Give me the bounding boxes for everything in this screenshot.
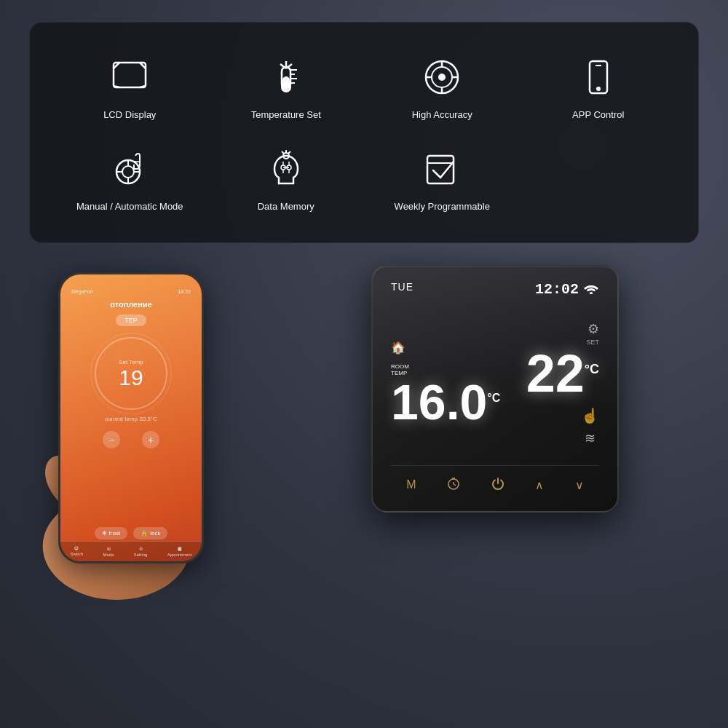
phone-nav-mode[interactable]: ⊞ Mode [103,546,114,557]
phone-frost-btn[interactable]: ❄ frost [95,527,128,539]
thermo-gear-icon: ⚙ [587,321,599,337]
thermo-left-col: 🏠 ROOM TEMP 16.0°C [391,341,500,427]
lcd-display-label: LCD Display [103,108,156,122]
manual-auto-label: Manual / Automatic Mode [76,200,183,213]
feature-high-accuracy: High Accuracy [371,44,513,129]
data-memory-label: Data Memory [258,200,314,213]
svg-rect-0 [114,63,146,87]
bottom-section: MegaFon 14:33 отопление ТЕР Set Temp 19 … [29,265,699,563]
feature-app-control: APP Control [528,44,670,129]
phone-temp-circle: Set Temp 19 [95,337,167,410]
thermo-power-btn[interactable] [486,473,510,496]
features-card: LCD Display [29,22,699,243]
phone-screen: MegaFon 14:33 отопление ТЕР Set Temp 19 … [60,274,202,561]
phone-time-status: 14:33 [178,289,191,294]
svg-rect-39 [427,156,454,183]
svg-point-42 [590,292,593,294]
weekly-programmable-label: Weekly Programmable [395,200,490,213]
thermo-down-btn[interactable]: ∨ [569,475,590,496]
phone-nav-setting[interactable]: ⚙ Setting [134,546,148,557]
feature-data-memory: Data Memory [215,136,357,221]
thermo-mode-btn[interactable]: M [400,475,422,495]
thermo-time-wifi: 12:02 [535,281,599,298]
temperature-set-icon [261,52,312,103]
phone-current-value: 20.5°C [139,416,157,422]
svg-line-38 [282,151,284,154]
phone-set-temp-label: Set Temp [119,359,143,365]
data-memory-icon [261,143,312,194]
high-accuracy-icon [416,52,467,103]
thermo-room-temp-label: ROOM TEMP 16.0°C [391,363,500,427]
thermo-set-label: SET [586,339,599,346]
svg-line-45 [454,484,456,486]
thermo-up-btn[interactable]: ∧ [529,475,550,496]
phone-mode-btns: ❄ frost 🔒 lock [95,527,168,539]
phone-current-temp: current temp 20.5°C [105,416,157,422]
phone-nav-switch[interactable]: ⏻ Switch [71,546,84,557]
feature-weekly-programmable: Weekly Programmable [371,136,513,221]
thermostat-container: TUE 12:02 [298,265,692,513]
thermo-time: 12:02 [535,281,579,298]
phone-nav-appointment[interactable]: 📋 Appointment [167,546,192,557]
svg-point-10 [282,83,290,92]
thermo-hand-touch-icon: ☝ [581,407,599,424]
phone-controls: − + [103,431,159,448]
thermo-bottom-btns: M ∧ [391,465,599,496]
thermostat-device: TUE 12:02 [371,265,619,513]
svg-point-13 [439,74,445,80]
thermo-set-temp-value: 22°C [526,347,599,400]
page-wrapper: LCD Display [0,0,728,728]
phone-carrier: MegaFon [71,289,93,294]
feature-manual-auto: Manual / Automatic Mode [59,136,201,221]
thermo-set-col: ⚙ SET 22°C ☝ ≋ [526,321,599,446]
lcd-display-icon [104,52,155,103]
app-control-icon [573,52,624,103]
svg-line-37 [288,151,290,154]
svg-point-20 [597,87,600,90]
weekly-programmable-icon [416,143,467,194]
svg-point-22 [122,166,134,178]
thermo-middle: 🏠 ROOM TEMP 16.0°C [391,301,599,465]
thermo-home-icon-row: 🏠 [391,341,405,355]
phone-plus-btn[interactable]: + [142,431,159,448]
manual-auto-icon [104,143,155,194]
app-control-label: APP Control [572,108,624,122]
high-accuracy-label: High Accuracy [412,108,472,122]
thermo-top-row: TUE 12:02 [391,281,599,298]
features-grid: LCD Display [59,44,669,221]
thermo-wifi-icon [583,282,599,296]
phone-minus-btn[interactable]: − [103,431,120,448]
temperature-set-label: Temperature Set [251,108,321,122]
thermo-heat-icon: ≋ [585,430,596,446]
phone-current-label: current temp [105,416,138,422]
phone-temp-value: 19 [119,367,143,389]
phone-app-title: отопление [110,300,152,309]
phone-mode-badge: ТЕР [116,314,146,326]
phone-status-bar: MegaFon 14:33 [71,289,191,294]
phone-container: MegaFon 14:33 отопление ТЕР Set Temp 19 … [36,265,269,563]
thermo-current-temp-value: 16.0°C [391,377,500,427]
feature-temperature-set: Temperature Set [215,44,357,129]
phone-lock-btn[interactable]: 🔒 lock [133,527,167,539]
phone-mockup: MegaFon 14:33 отопление ТЕР Set Temp 19 … [58,272,204,563]
feature-lcd-display: LCD Display [59,44,201,129]
phone-bottom-nav: ⏻ Switch ⊞ Mode ⚙ Setting 📋 [60,541,202,561]
thermo-timer-btn[interactable] [441,473,466,496]
thermo-day: TUE [391,281,414,293]
thermo-home-icon: 🏠 [391,341,405,355]
